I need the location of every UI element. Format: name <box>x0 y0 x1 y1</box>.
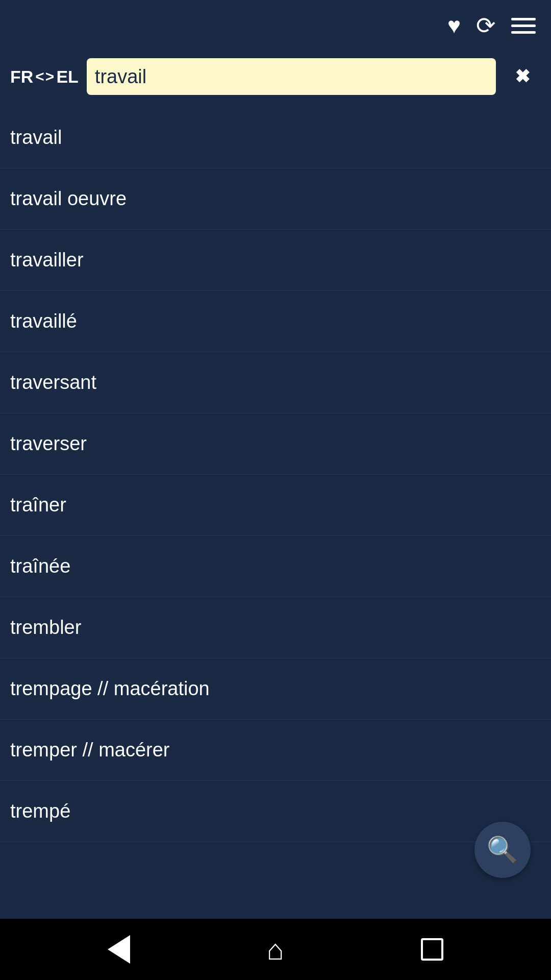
list-item[interactable]: travail <box>0 107 551 168</box>
search-input[interactable] <box>95 66 488 88</box>
list-item[interactable]: travail oeuvre <box>0 168 551 230</box>
list-item[interactable]: trempage // macération <box>0 658 551 720</box>
language-selector[interactable]: FR < > EL <box>10 67 79 87</box>
list-item[interactable]: tremper // macérer <box>0 720 551 781</box>
menu-icon[interactable] <box>511 18 536 34</box>
word-list: travailtravail oeuvretravaillertravaillé… <box>0 107 551 919</box>
chevron-right-icon: > <box>45 68 55 85</box>
floating-search-button[interactable]: 🔍 <box>474 822 531 878</box>
list-item[interactable]: travaillé <box>0 291 551 352</box>
back-icon <box>108 935 130 964</box>
bottom-nav: ⌂ <box>0 919 551 980</box>
list-item[interactable]: trembler <box>0 597 551 658</box>
favorites-icon[interactable]: ♥ <box>447 13 461 38</box>
lang-chevrons: < > <box>35 68 54 85</box>
search-input-wrapper <box>87 58 496 95</box>
list-item[interactable]: traînée <box>0 536 551 597</box>
clear-button[interactable]: ✖ <box>504 58 541 95</box>
home-icon: ⌂ <box>267 933 284 966</box>
lang-to: EL <box>56 67 78 87</box>
list-item[interactable]: traversant <box>0 352 551 413</box>
search-row: FR < > EL ✖ <box>0 51 551 107</box>
history-icon[interactable]: ⟳ <box>476 12 496 39</box>
chevron-left-icon: < <box>35 68 44 85</box>
lang-from: FR <box>10 67 33 87</box>
search-icon: 🔍 <box>487 835 518 865</box>
top-bar: ♥ ⟳ <box>0 0 551 51</box>
recent-apps-icon <box>421 938 443 961</box>
list-item[interactable]: travailler <box>0 230 551 291</box>
list-item[interactable]: traverser <box>0 413 551 475</box>
recent-apps-button[interactable] <box>417 934 447 965</box>
back-button[interactable] <box>104 934 134 965</box>
list-item[interactable]: traîner <box>0 475 551 536</box>
list-item[interactable]: trempé <box>0 781 551 842</box>
home-button[interactable]: ⌂ <box>260 934 291 965</box>
